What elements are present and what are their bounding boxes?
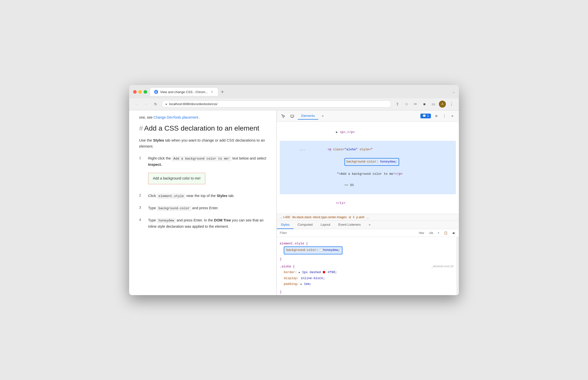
address-bar: ← → ↻ ● localhost:8080/docs/devtools/css… (129, 98, 459, 110)
title-bar: G View and change CSS - Chrom... × + ⌄ (129, 85, 459, 98)
devtools-badge: 💬 1 (420, 114, 431, 118)
breadcrumb-item[interactable]: li (353, 215, 354, 219)
highlighted-background-color-rule: background-color: honeydew; (284, 246, 342, 254)
devtools-scroll-container: element.style { background-color: honeyd… (277, 237, 459, 295)
tab-event-listeners[interactable]: Event Listeners (334, 221, 365, 229)
new-tab-button[interactable]: + (218, 88, 226, 96)
step-number: 3 (139, 205, 144, 209)
css-selector-aloha: .aloha { _devtools.scss:19 (280, 264, 453, 270)
devtools-tab-more[interactable]: » (318, 112, 327, 120)
cls-button[interactable]: .cls (427, 231, 435, 235)
forward-button[interactable]: → (143, 101, 150, 108)
step-item: 4 Type honeydew and press Enter. In the … (139, 217, 266, 230)
extensions-icon[interactable]: ■ (421, 101, 428, 108)
content-pane: one, see Change DevTools placement . Add… (129, 110, 277, 295)
devtools-right-icons: ⚙ ⋮ ✕ (433, 113, 456, 120)
user-avatar[interactable]: A (439, 101, 446, 108)
breadcrumb-item[interactable]: p.aloh (356, 215, 365, 219)
tab-favicon: G (154, 90, 158, 94)
styles-filter-input[interactable] (280, 231, 415, 235)
steps-list: 1 Right-click the Add a background color… (139, 155, 266, 229)
step-code-2: element.style (157, 194, 185, 198)
step-number: 1 (139, 155, 144, 160)
step-item: 1 Right-click the Add a background color… (139, 155, 266, 187)
demo-box[interactable]: Add a background color to me! (148, 173, 205, 184)
minimize-window-button[interactable] (138, 90, 142, 94)
highlighted-background-color: background-color: honeydew; (344, 158, 399, 166)
svg-rect-1 (292, 117, 293, 118)
reload-button[interactable]: ↻ (152, 101, 159, 108)
lock-icon: ● (165, 102, 167, 106)
devtools-panel: Elements » 💬 1 ⚙ ⋮ ✕ ▶ <p>…</p> (277, 110, 459, 295)
svg-rect-0 (291, 115, 294, 117)
dom-line-1: ▶ <p>…</p> (280, 124, 456, 141)
inspect-element-icon[interactable] (280, 113, 287, 120)
device-mode-icon[interactable] (289, 113, 296, 120)
css-rule-padding: padding: ▶ 1em; (284, 281, 453, 287)
close-window-button[interactable] (133, 90, 137, 94)
css-source-aloha[interactable]: _devtools.scss:19 (432, 264, 453, 269)
step-number: 4 (139, 217, 144, 222)
step-content: Type honeydew and press Enter. In the DO… (148, 217, 266, 230)
close-devtools-icon[interactable]: ✕ (449, 113, 456, 120)
cut-icon[interactable]: ✂ (412, 101, 419, 108)
devtools-tab-elements[interactable]: Elements (298, 112, 318, 120)
css-selector: element.style { (280, 241, 453, 247)
traffic-lights (133, 90, 147, 94)
breadcrumb-more: ... (366, 215, 369, 219)
share-icon[interactable]: ⇧ (394, 101, 401, 108)
toggle-sidebar-icon[interactable]: ◀ (451, 231, 456, 235)
css-rule-element-style: element.style { background-color: honeyd… (280, 241, 453, 262)
breadcrumb-item[interactable]: ol (349, 215, 351, 219)
breadcrumb-item[interactable]: div.stack.stack--block.type.center-image… (292, 215, 347, 219)
honeydew-color-swatch[interactable] (320, 249, 322, 251)
copy-styles-icon[interactable]: 📋 (442, 231, 449, 235)
tabs-row: G View and change CSS - Chrom... × + (150, 88, 449, 96)
change-placement-link[interactable]: Change DevTools placement (154, 115, 198, 119)
more-options-icon[interactable]: ⋮ (441, 113, 448, 120)
back-icon: ← (135, 102, 138, 106)
browser-tab-active[interactable]: G View and change CSS - Chrom... × (150, 88, 218, 96)
expand-button[interactable]: ⌄ (452, 90, 455, 94)
css-rule-close-aloha: } (280, 289, 453, 295)
styles-content: element.style { background-color: honeyd… (277, 237, 456, 295)
badge-count: 1 (427, 114, 429, 118)
tab-styles[interactable]: Styles (277, 221, 294, 229)
step-content: Type background-color and press Enter. (148, 205, 219, 211)
browser-window: G View and change CSS - Chrom... × + ⌄ ←… (129, 85, 459, 295)
dom-line-closing: </li> (280, 195, 456, 212)
step-code-3: background-color (157, 206, 191, 211)
tab-close-button[interactable]: × (210, 90, 214, 94)
step-item: 2 Click element.style near the top of th… (139, 193, 266, 199)
dom-tree: ▶ <p>…</p> ... <p class="aloha" style=" … (277, 122, 459, 214)
step-content: Click element.style near the top of the … (148, 193, 235, 199)
menu-icon[interactable]: ⋮ (448, 101, 455, 108)
hov-button[interactable]: :hov (417, 231, 426, 235)
devtools-tabs-bar: Elements » (298, 112, 418, 120)
badge-icon: 💬 (422, 114, 426, 118)
add-style-button[interactable]: + (436, 231, 441, 235)
red-color-swatch[interactable] (323, 271, 325, 273)
sidebar-icon[interactable]: ▭ (430, 101, 437, 108)
tab-title: View and change CSS - Chrom... (160, 90, 208, 94)
back-button[interactable]: ← (133, 101, 140, 108)
settings-icon[interactable]: ⚙ (433, 113, 440, 120)
browser-toolbar-right: ⇧ ☆ ✂ ■ ▭ A ⋮ (394, 101, 455, 108)
tab-layout[interactable]: Layout (316, 221, 334, 229)
step-content: Right-click the Add a background color t… (148, 155, 266, 187)
main-area: one, see Change DevTools placement . Add… (129, 110, 459, 295)
maximize-window-button[interactable] (144, 90, 147, 94)
url-bar[interactable]: ● localhost:8080/docs/devtools/css/ (162, 100, 391, 108)
tab-computed[interactable]: Computed (294, 221, 316, 229)
styles-filter-bar: :hov .cls + 📋 ◀ (277, 229, 459, 237)
breadcrumb-bar: ... t-400 div.stack.stack--block.type.ce… (277, 214, 459, 221)
devtools-scrollbar[interactable] (456, 237, 459, 295)
breadcrumb-item[interactable]: t-400 (283, 215, 290, 219)
intro-period: . (199, 115, 200, 119)
step-item: 3 Type background-color and press Enter. (139, 205, 266, 211)
bookmark-icon[interactable]: ☆ (403, 101, 410, 108)
step-code-1: Add a background color to me! (172, 156, 231, 161)
css-rule-close: } (280, 256, 453, 262)
title-bar-top: G View and change CSS - Chrom... × + ⌄ (133, 88, 455, 96)
tab-more[interactable]: » (365, 221, 374, 229)
